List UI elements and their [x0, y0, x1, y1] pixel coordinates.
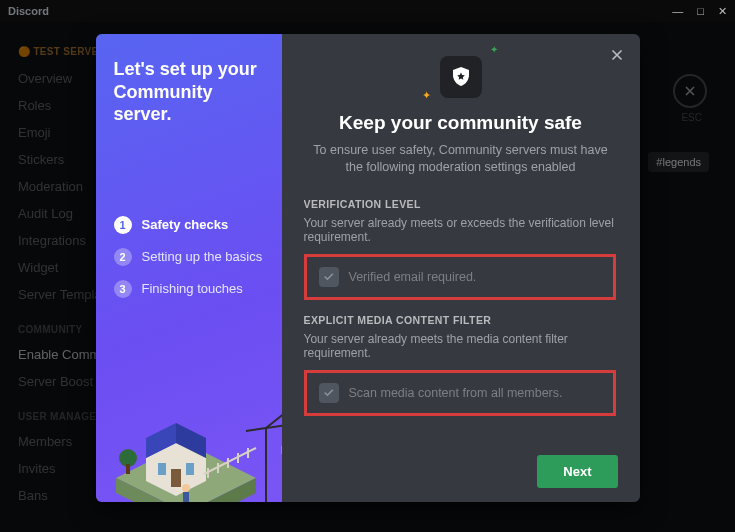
svg-line-17	[266, 408, 282, 428]
modal-close-button[interactable]	[606, 44, 628, 66]
svg-rect-8	[171, 469, 181, 487]
svg-rect-22	[126, 464, 130, 474]
checkbox-label: Verified email required.	[349, 270, 477, 284]
step-label: Safety checks	[142, 217, 229, 232]
section-title: EXPLICIT MEDIA CONTENT FILTER	[304, 314, 616, 326]
svg-rect-6	[158, 463, 166, 475]
modal-sidebar: Let's set up your Community server. 1Saf…	[96, 34, 282, 502]
modal-overlay: Let's set up your Community server. 1Saf…	[0, 22, 735, 532]
checkbox-icon	[319, 383, 339, 403]
shield-icon: ✦ ✦	[440, 56, 482, 98]
step-number: 2	[114, 248, 132, 266]
checkbox-icon	[319, 267, 339, 287]
setup-steps: 1Safety checks2Setting up the basics3Fin…	[114, 216, 264, 298]
step-number: 1	[114, 216, 132, 234]
requirement-checkbox-row[interactable]: Verified email required.	[304, 254, 616, 300]
setup-step[interactable]: 2Setting up the basics	[114, 248, 264, 266]
sidebar-illustration	[96, 358, 282, 502]
svg-line-16	[246, 423, 282, 431]
window-maximize-button[interactable]: □	[697, 5, 704, 18]
step-label: Finishing touches	[142, 281, 243, 296]
modal-content: ✦ ✦ Keep your community safe To ensure u…	[282, 34, 640, 502]
modal-title: Keep your community safe	[304, 112, 618, 134]
titlebar: Discord — □ ✕	[0, 0, 735, 22]
svg-rect-24	[183, 492, 189, 502]
section-description: Your server already meets the media cont…	[304, 332, 616, 360]
window-controls: — □ ✕	[672, 5, 727, 18]
section-description: Your server already meets or exceeds the…	[304, 216, 616, 244]
app-name: Discord	[8, 5, 49, 17]
window-minimize-button[interactable]: —	[672, 5, 683, 18]
window-close-button[interactable]: ✕	[718, 5, 727, 18]
modal-footer: Next	[304, 447, 618, 488]
step-number: 3	[114, 280, 132, 298]
setup-step[interactable]: 3Finishing touches	[114, 280, 264, 298]
checkbox-label: Scan media content from all members.	[349, 386, 563, 400]
modal-sidebar-heading: Let's set up your Community server.	[114, 58, 264, 126]
section-title: VERIFICATION LEVEL	[304, 198, 616, 210]
step-label: Setting up the basics	[142, 249, 263, 264]
next-button[interactable]: Next	[537, 455, 617, 488]
svg-point-23	[182, 484, 190, 492]
modal-scroll[interactable]: VERIFICATION LEVELYour server already me…	[304, 190, 618, 447]
sparkle-icon: ✦	[422, 89, 431, 102]
setup-step[interactable]: 1Safety checks	[114, 216, 264, 234]
svg-rect-7	[186, 463, 194, 475]
modal-subtitle: To ensure user safety, Community servers…	[312, 142, 610, 176]
community-setup-modal: Let's set up your Community server. 1Saf…	[96, 34, 640, 502]
shield-hero: ✦ ✦	[304, 56, 618, 98]
requirement-checkbox-row[interactable]: Scan media content from all members.	[304, 370, 616, 416]
sparkle-icon: ✦	[490, 44, 498, 55]
